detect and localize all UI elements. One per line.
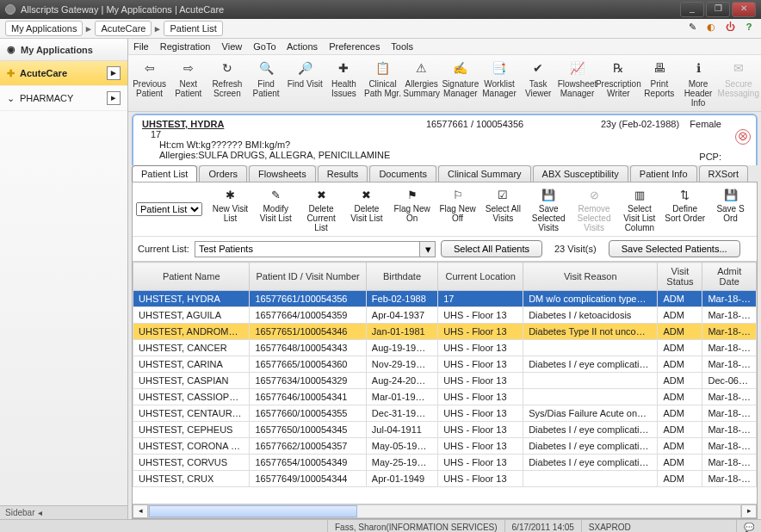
maximize-button[interactable]: ❐ bbox=[706, 2, 730, 17]
breadcrumb-item[interactable]: AcuteCare bbox=[95, 21, 152, 36]
column-header[interactable]: Visit Status bbox=[658, 263, 702, 291]
toolbar-icon: ✔ bbox=[529, 59, 548, 77]
patient-name[interactable]: UHSTEST, HYDRA bbox=[142, 119, 224, 129]
table-row[interactable]: UHSTEST, CRUX16577649/100054344Apr-01-19… bbox=[133, 471, 757, 487]
subtool-define-sort-order[interactable]: ⇅Define Sort Order bbox=[662, 184, 708, 234]
subtool-modify-visit-list[interactable]: ✎Modify Visit List bbox=[253, 184, 299, 234]
table-cell bbox=[523, 340, 658, 356]
expand-icon[interactable]: ▸ bbox=[107, 91, 121, 105]
subtool-delete-current-list[interactable]: ✖Delete Current List bbox=[299, 184, 344, 234]
subtool-delete-visit-list[interactable]: ✖Delete Visit List bbox=[343, 184, 389, 234]
table-row[interactable]: UHSTEST, CEPHEUS16577650/100054345Jul-04… bbox=[133, 422, 757, 438]
table-cell bbox=[523, 373, 658, 389]
toolbar-find-visit[interactable]: 🔎Find Visit bbox=[286, 57, 325, 90]
toolbar-allergies-summary[interactable]: ⚠Allergies Summary bbox=[402, 57, 441, 100]
help-icon[interactable]: ? bbox=[742, 22, 756, 35]
scroll-thumb[interactable] bbox=[149, 505, 357, 517]
subtool-select-visit-list-column[interactable]: ▥Select Visit List Column bbox=[616, 184, 662, 234]
toolbar-find-patient[interactable]: 🔍Find Patient bbox=[246, 57, 285, 100]
toolbar-prescription-writer[interactable]: ℞Prescription Writer bbox=[597, 57, 640, 100]
subtool-flag-new-on[interactable]: ⚑Flag New On bbox=[389, 184, 435, 234]
table-cell: UHS - Floor 13 bbox=[438, 373, 523, 389]
toolbar-clinical-path-mgr-[interactable]: 📋Clinical Path Mgr. bbox=[363, 57, 402, 100]
subtool-icon: ✖ bbox=[358, 186, 375, 203]
subtool-select-all-visits[interactable]: ☑Select All Visits bbox=[480, 184, 526, 234]
table-row[interactable]: UHSTEST, ANDROMEDA16577651/100054346Jan-… bbox=[133, 324, 757, 340]
tab-flowsheets[interactable]: Flowsheets bbox=[249, 165, 316, 182]
tab-results[interactable]: Results bbox=[318, 165, 368, 182]
column-header[interactable]: Birthdate bbox=[366, 263, 437, 291]
minimize-button[interactable]: _ bbox=[680, 2, 704, 17]
close-button[interactable]: ✕ bbox=[732, 2, 756, 17]
toolbar-print-reports[interactable]: 🖶Print Reports bbox=[640, 57, 678, 100]
table-row[interactable]: UHSTEST, CANCER16577648/100054343Aug-19-… bbox=[133, 340, 757, 356]
toolbar-secure-messaging[interactable]: ✉Secure Messaging bbox=[718, 57, 759, 100]
table-row[interactable]: UHSTEST, CENTAURUS16577660/100054355Dec-… bbox=[133, 405, 757, 422]
table-row[interactable]: UHSTEST, CASSIOPEIA16577646/100054341Mar… bbox=[133, 389, 757, 405]
toolbar-signature-manager[interactable]: ✍Signature Manager bbox=[441, 57, 479, 100]
power-icon[interactable]: ⏻ bbox=[723, 22, 737, 35]
table-row[interactable]: UHSTEST, CORONA BO…16577662/100054357May… bbox=[133, 438, 757, 455]
table-row[interactable]: UHSTEST, CARINA16577665/100054360Nov-29-… bbox=[133, 356, 757, 373]
sidebar-item-acutecare[interactable]: ✚ AcuteCare ▸ bbox=[0, 61, 127, 86]
patient-list-selector[interactable]: Patient List bbox=[136, 202, 202, 216]
scroll-left-icon[interactable]: ◂ bbox=[133, 504, 148, 518]
status-chat-icon[interactable]: 💬 bbox=[736, 520, 761, 532]
subtool-new-visit-list[interactable]: ✱New Visit List bbox=[207, 184, 253, 234]
toolbar-task-viewer[interactable]: ✔Task Viewer bbox=[519, 57, 558, 100]
tab-abx-susceptibility[interactable]: ABX Susceptibility bbox=[533, 165, 628, 182]
menu-goto[interactable]: GoTo bbox=[253, 41, 275, 52]
toolbar-more-header-info[interactable]: ℹMore Header Info bbox=[678, 57, 717, 109]
scroll-right-icon[interactable]: ▸ bbox=[741, 504, 757, 518]
tab-patient-info[interactable]: Patient Info bbox=[630, 165, 697, 182]
menu-preferences[interactable]: Preferences bbox=[329, 41, 380, 52]
table-cell: Mar-01-19… bbox=[366, 389, 437, 405]
sidebar-item-pharmacy[interactable]: ⌄ PHARMACY ▸ bbox=[0, 86, 127, 111]
tab-orders[interactable]: Orders bbox=[199, 165, 247, 182]
breadcrumb-item[interactable]: My Applications bbox=[5, 21, 83, 36]
toolbar-label: Find Visit bbox=[288, 79, 323, 89]
scroll-track[interactable] bbox=[148, 504, 741, 518]
menu-actions[interactable]: Actions bbox=[287, 41, 318, 52]
alert-icon[interactable]: ⨂ bbox=[735, 129, 751, 145]
chevron-left-icon[interactable]: ◂ bbox=[38, 508, 42, 517]
moon-icon[interactable]: ◐ bbox=[704, 22, 718, 35]
tab-patient-list[interactable]: Patient List bbox=[132, 165, 197, 182]
toolbar-next-patient[interactable]: ⇨Next Patient bbox=[169, 57, 207, 100]
table-row[interactable]: UHSTEST, HYDRA16577661/100054356Feb-02-1… bbox=[133, 291, 757, 307]
column-header[interactable]: Visit Reason bbox=[523, 263, 658, 291]
tab-clinical-summary[interactable]: Clinical Summary bbox=[438, 165, 531, 182]
breadcrumb-item[interactable]: Patient List bbox=[164, 21, 222, 36]
subtool-save-selected-visits[interactable]: 💾Save Selected Visits bbox=[526, 184, 572, 234]
select-all-patients-button[interactable]: Select All Patients bbox=[441, 240, 542, 257]
subtool-flag-new-off[interactable]: ⚐Flag New Off bbox=[435, 184, 480, 234]
menu-tools[interactable]: Tools bbox=[391, 41, 413, 52]
table-cell: Diabetes I / eye complicati… bbox=[523, 422, 658, 438]
column-header[interactable]: Patient Name bbox=[133, 263, 250, 291]
current-list-dropdown[interactable]: ▾ bbox=[420, 241, 436, 257]
patient-grid-wrap[interactable]: Patient NamePatient ID / Visit NumberBir… bbox=[133, 261, 757, 504]
toolbar-worklist-manager[interactable]: 📑Worklist Manager bbox=[479, 57, 518, 100]
menu-view[interactable]: View bbox=[222, 41, 243, 52]
column-header[interactable]: Patient ID / Visit Number bbox=[250, 263, 366, 291]
tab-rxsort[interactable]: RXSort bbox=[699, 165, 748, 182]
tab-documents[interactable]: Documents bbox=[369, 165, 436, 182]
column-header[interactable]: Admit Date bbox=[702, 263, 757, 291]
menu-file[interactable]: File bbox=[133, 41, 149, 52]
horizontal-scrollbar[interactable]: ◂ ▸ bbox=[133, 504, 757, 518]
expand-icon[interactable]: ▸ bbox=[107, 66, 121, 80]
toolbar-flowsheet-manager[interactable]: 📈Flowsheet Manager bbox=[558, 57, 597, 100]
toolbar-previous-patient[interactable]: ⇦Previous Patient bbox=[130, 57, 169, 100]
table-row[interactable]: UHSTEST, CORVUS16577654/100054349May-25-… bbox=[133, 455, 757, 471]
column-header[interactable]: Current Location bbox=[438, 263, 523, 291]
table-row[interactable]: UHSTEST, CASPIAN16577634/100054329Aug-24… bbox=[133, 373, 757, 389]
current-list-row: Current List: ▾ Select All Patients 23 V… bbox=[133, 237, 757, 261]
toolbar-health-issues[interactable]: ✚Health Issues bbox=[325, 57, 363, 100]
menu-registration[interactable]: Registration bbox=[160, 41, 211, 52]
toolbar-refresh-screen[interactable]: ↻Refresh Screen bbox=[207, 57, 246, 100]
wand-icon[interactable]: ✎ bbox=[685, 22, 699, 35]
save-selected-patients-button[interactable]: Save Selected Patients... bbox=[609, 240, 740, 257]
subtool-save-s-ord[interactable]: 💾Save S Ord bbox=[708, 184, 753, 234]
current-list-input[interactable] bbox=[195, 241, 420, 257]
table-row[interactable]: UHSTEST, AGUILA16577664/100054359Apr-04-… bbox=[133, 307, 757, 324]
